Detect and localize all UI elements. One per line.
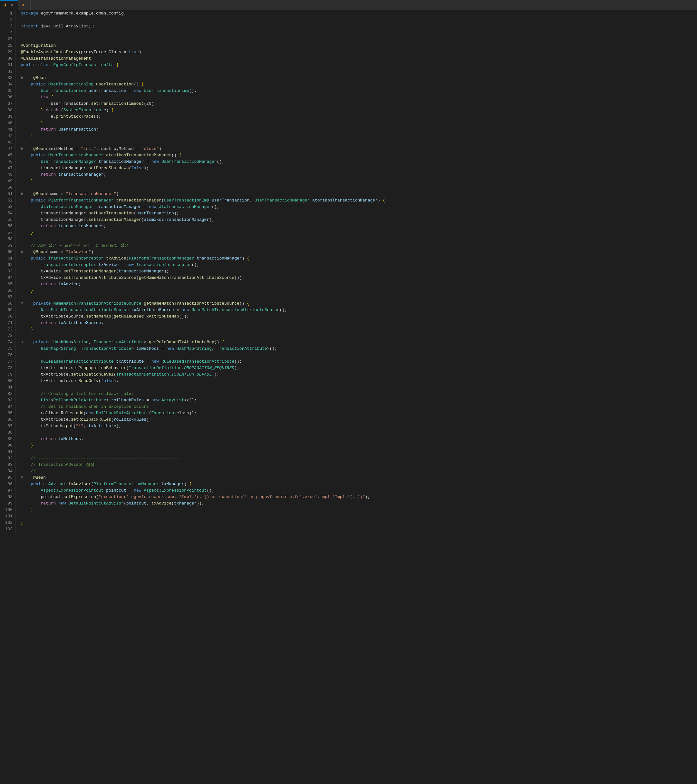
line-number: 37 [3,100,13,107]
code-line: txAdvice.setTransactionManager(transacti… [21,268,697,275]
code-line: public UserTransactionManager atomikosTr… [21,152,697,159]
code-line: e.printStackTrace(); [21,114,697,120]
line-number: 83 [3,397,13,404]
line-number: 86 [3,417,13,423]
line-number: 94 [3,468,13,474]
tab-xml[interactable]: x [18,0,31,10]
line-number: 28 [3,43,13,49]
line-number: 56 [3,223,13,229]
code-area: 1234272829303132333435363738394041424344… [0,10,697,532]
code-content[interactable]: package egovframework.example.cmmn.confi… [15,10,697,532]
code-line [21,294,697,300]
code-line: return transactionManager; [21,171,697,178]
line-number: 77 [3,359,13,365]
code-line: txAttribute.setReadOnly(false); [21,378,697,384]
code-line: } [21,507,697,513]
line-number: 82 [3,391,13,397]
line-number: 31 [3,62,13,68]
line-number: 101 [3,513,13,520]
code-line: } [21,326,697,333]
code-line: public class EgovConfigTransactionJta { [21,62,697,68]
line-number: 80 [3,378,13,384]
code-line: @EnableTransactionManagement [21,56,697,62]
code-line [21,333,697,339]
line-number: 42 [3,133,13,139]
line-number: 44 [3,146,13,152]
line-number: 45 [3,152,13,159]
line-number: 81 [3,384,13,391]
line-number: 60 [3,249,13,255]
xml-file-icon: x [22,3,25,7]
line-number: 53 [3,204,13,210]
line-number: 50 [3,184,13,191]
line-number: 62 [3,262,13,268]
code-line: // Creating a list for rollback rules [21,391,697,397]
line-number: 71 [3,320,13,326]
code-line: return new DefaultPointcutAdvisor(pointc… [21,500,697,507]
code-line: } [21,229,697,236]
line-number: 40 [3,120,13,126]
line-number: 75 [3,346,13,352]
line-number: 49 [3,178,13,184]
code-line: package egovframework.example.cmmn.confi… [21,10,697,17]
line-number: 89 [3,436,13,442]
code-line: @EnableAspectJAutoProxy(proxyTargetClass… [21,49,697,56]
code-line [21,184,697,191]
code-line [21,352,697,359]
line-number: 32 [3,68,13,75]
code-line: @Configuration [21,43,697,49]
line-number: 58 [3,236,13,242]
code-line: public PlatformTransactionManager transa… [21,197,697,204]
code-line: return transactionManager; [21,223,697,229]
line-number: 55 [3,217,13,223]
code-line: return userTransaction; [21,126,697,133]
line-number: 88 [3,429,13,436]
code-line [21,526,697,532]
line-numbers: 1234272829303132333435363738394041424344… [0,10,15,532]
code-line: txAdvice.setTransactionAttributeSource(g… [21,275,697,281]
code-line: txAttribute.setRollbackRules(rollbackRul… [21,417,697,423]
line-number: 29 [3,49,13,56]
line-number: 85 [3,410,13,417]
code-line [21,236,697,242]
code-line: ⊖ private NameMatchTransactionAttributeS… [21,300,697,307]
code-line: UserTransactionManager transactionManage… [21,159,697,165]
line-number: 36 [3,94,13,100]
line-number: 95 [3,474,13,481]
line-number: 4 [3,30,13,36]
code-line: } catch (SystemException e) { [21,107,697,114]
line-number: 69 [3,307,13,313]
line-number: 92 [3,455,13,462]
code-line [21,513,697,520]
code-line: return txAttributeSource; [21,320,697,326]
code-line: txAttributeSource.setNameMap(getRuleBase… [21,313,697,320]
tab-java[interactable]: J × [0,0,18,10]
line-number: 67 [3,294,13,300]
line-number: 2 [3,17,13,23]
line-number: 87 [3,423,13,429]
line-number: 38 [3,107,13,114]
code-line: TransactionInterceptor txAdvice = new Tr… [21,262,697,268]
code-line: ⊖ @Bean(name = "transactionManager") [21,191,697,197]
code-line: // TransactionAdvisor 설정 [21,462,697,468]
line-number: 97 [3,488,13,494]
code-line: return txMethods; [21,436,697,442]
line-number: 66 [3,288,13,294]
line-number: 54 [3,210,13,217]
code-line: try { [21,94,697,100]
line-number: 78 [3,365,13,371]
line-number: 73 [3,333,13,339]
line-number: 91 [3,449,13,455]
code-line [21,384,697,391]
line-number: 102 [3,520,13,526]
code-line: } [21,120,697,126]
code-line: public UserTransactionImp userTransactio… [21,81,697,88]
line-number: 46 [3,159,13,165]
line-number: 27 [3,36,13,43]
code-line: return txAdvice; [21,281,697,288]
code-line: // AOP 설정 – 트랜잭션 관리 및 포인트컷 설정 [21,242,697,249]
code-line: transactionManager.setForceShutdown(fals… [21,165,697,171]
line-number: 79 [3,371,13,378]
tab-java-close[interactable]: × [10,3,14,8]
line-number: 39 [3,114,13,120]
